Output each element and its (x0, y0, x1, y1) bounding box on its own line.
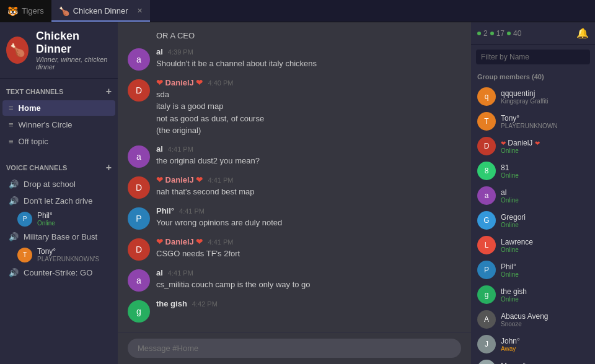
message-group-gish: g the gish 4:42 PM (118, 295, 471, 326)
al-avatar-2: a (128, 145, 150, 168)
group-members-title: Group members (40) (471, 69, 595, 84)
al-author-1: al (156, 47, 163, 56)
member-81[interactable]: 8 81 Online (471, 158, 595, 183)
danielj-message-3-content: ❤ DanielJ ❤ 4:41 PM CSGO needs TF's 2for… (156, 237, 461, 261)
tab-tigers[interactable]: 🐯 Tigers (0, 0, 51, 22)
81-member-info: 81 Online (501, 163, 589, 179)
message-group-phil: P Phil° 4:41 PM Your wrong opinions are … (118, 202, 471, 233)
chicken-dinner-icon: 🍗 (59, 6, 69, 16)
voice-military-base[interactable]: 🔊 Military Base or Bust (2, 229, 115, 245)
john-member-info: John° Away (501, 337, 589, 352)
phil-member-status: Online (501, 271, 589, 278)
al-message-3-content: al 4:41 PM cs_militia couch camp is the … (156, 268, 461, 292)
member-danielj[interactable]: D ❤ DanielJ ❤ Online (471, 134, 595, 158)
gish-member-info: the gish Online (501, 287, 589, 303)
phil-message-content: Phil° 4:41 PM Your wrong opinions are du… (156, 206, 461, 230)
heart-icon-2: ❤ (196, 78, 203, 87)
heart-icon-1: ❤ (156, 78, 163, 87)
channel-winners-circle[interactable]: ≡ Winner's Circle (2, 117, 115, 132)
danielj-text-2: nah that's second best map (156, 186, 461, 198)
bell-icon[interactable]: 🔔 (576, 27, 589, 39)
phil-name: Phil° (37, 211, 55, 220)
green-dot-2 (490, 32, 494, 35)
gregori-member-status: Online (501, 222, 589, 228)
message-group-al-1: a al 4:39 PM Shouldn't it be a channel a… (118, 43, 471, 74)
online-indicators: 2 17 40 (477, 29, 521, 38)
gish-author: the gish (156, 299, 187, 308)
qqquentinj-info: qqquentinj Kingspray Graffiti (501, 89, 589, 105)
tab-close-button[interactable]: ✕ (137, 7, 143, 15)
al-message-2-header: al 4:41 PM (156, 144, 461, 154)
tony-info: Tony° PLAYERUNKNOWN'S (37, 247, 99, 262)
voice-channels-label: Voice Channels (6, 164, 67, 171)
voice-dont-let-zach-label: Don't let Zach drive (24, 196, 93, 206)
member-lawrence[interactable]: L Lawrence Online (471, 233, 595, 258)
speaker-icon-4: 🔊 (9, 268, 19, 277)
voice-dont-let-zach[interactable]: 🔊 Don't let Zach drive (2, 193, 115, 209)
member-phil[interactable]: P Phil° Online (471, 258, 595, 282)
channel-off-topic[interactable]: ≡ Off topic (2, 134, 115, 149)
al-member-name: al (501, 188, 589, 197)
danielj-avatar-1: D (128, 79, 150, 102)
phil-time: 4:41 PM (179, 207, 205, 215)
phil-status: Online (37, 220, 55, 227)
server-subtitle: Winner, winner, chicken dinner (36, 56, 112, 71)
channel-home[interactable]: ≡ Home (2, 100, 115, 116)
hash-icon: ≡ (9, 103, 14, 113)
phil-message-header: Phil° 4:41 PM (156, 206, 461, 215)
voice-user-phil: P Phil° Online (0, 209, 118, 228)
message-solo-1: OR A CEO (118, 28, 471, 43)
gish-message-content: the gish 4:42 PM (156, 299, 461, 323)
tab-chicken-dinner[interactable]: 🍗 Chicken Dinner ✕ (51, 0, 150, 22)
phil-author: Phil° (156, 206, 174, 215)
text-channels-header: Text Channels + (0, 79, 118, 100)
server-title: Chicken Dinner (36, 30, 112, 56)
phil-avatar-chat: P (128, 207, 150, 230)
john-member-name: John° (501, 337, 589, 345)
voice-drop-at-school-label: Drop at school (24, 180, 76, 189)
member-al[interactable]: a al Online (471, 183, 595, 208)
al-text-1: Shouldn't it be a channel about italy ch… (156, 58, 461, 70)
danielj-member-avatar: D (477, 137, 496, 155)
danielj-member-name: ❤ DanielJ ❤ (501, 139, 589, 147)
message-group-danielj-1: D ❤ DanielJ ❤ 4:40 PM sdaitaly is a good… (118, 74, 471, 141)
gish-message-header: the gish 4:42 PM (156, 299, 461, 308)
chat-input[interactable] (128, 339, 461, 358)
member-john[interactable]: J John° Away (471, 332, 595, 357)
member-abacus[interactable]: A Abacus Aveng Snooze (471, 307, 595, 332)
filter-input[interactable] (476, 50, 590, 64)
81-member-name: 81 (501, 163, 589, 172)
chat-area: OR A CEO a al 4:39 PM Shouldn't it be a … (118, 22, 471, 364)
speaker-icon-3: 🔊 (9, 232, 19, 241)
voice-counter-strike[interactable]: 🔊 Counter-Strike: GO (2, 265, 115, 280)
al-message-2-content: al 4:41 PM the original dust2 you mean? (156, 144, 461, 168)
danielj-time-2: 4:41 PM (208, 176, 233, 184)
danielj-heart-right: ❤ (535, 140, 540, 147)
tab-chicken-dinner-label: Chicken Dinner (73, 6, 128, 15)
john-member-avatar: J (477, 335, 496, 353)
message-group-danielj-2: D ❤ DanielJ ❤ 4:41 PM nah that's second … (118, 171, 471, 202)
al-time-3: 4:41 PM (168, 269, 193, 277)
al-time-2: 4:41 PM (168, 145, 193, 153)
channel-winners-circle-label: Winner's Circle (19, 120, 73, 129)
add-voice-channel-button[interactable]: + (106, 162, 112, 173)
al-message-3-header: al 4:41 PM (156, 268, 461, 277)
al-message-1-header: al 4:39 PM (156, 47, 461, 56)
heart-icon-6: ❤ (196, 237, 203, 246)
lawrence-member-name: Lawrence (501, 238, 589, 246)
voice-drop-at-school[interactable]: 🔊 Drop at school (2, 176, 115, 192)
danielj-author-3: ❤ DanielJ ❤ (156, 237, 203, 246)
danielj-member-info: ❤ DanielJ ❤ Online (501, 139, 589, 154)
lawrence-member-status: Online (501, 246, 589, 253)
member-the-gish[interactable]: g the gish Online (471, 282, 595, 307)
add-text-channel-button[interactable]: + (106, 86, 112, 97)
right-panel: 2 17 40 🔔 Group members (40) q qqquentin… (471, 22, 595, 364)
danielj-time-1: 4:40 PM (208, 79, 233, 87)
member-mugsy[interactable]: M Mugsy° Away (471, 357, 595, 364)
member-gregori[interactable]: G Gregori Online (471, 208, 595, 233)
member-tony[interactable]: T Tony° PLAYERUNKNOWN (471, 109, 595, 134)
qqquentinj-avatar: q (477, 87, 496, 106)
danielj-avatar-3: D (128, 238, 150, 261)
member-qqquentinj[interactable]: q qqquentinj Kingspray Graffiti (471, 84, 595, 109)
green-dot-3 (507, 32, 511, 35)
